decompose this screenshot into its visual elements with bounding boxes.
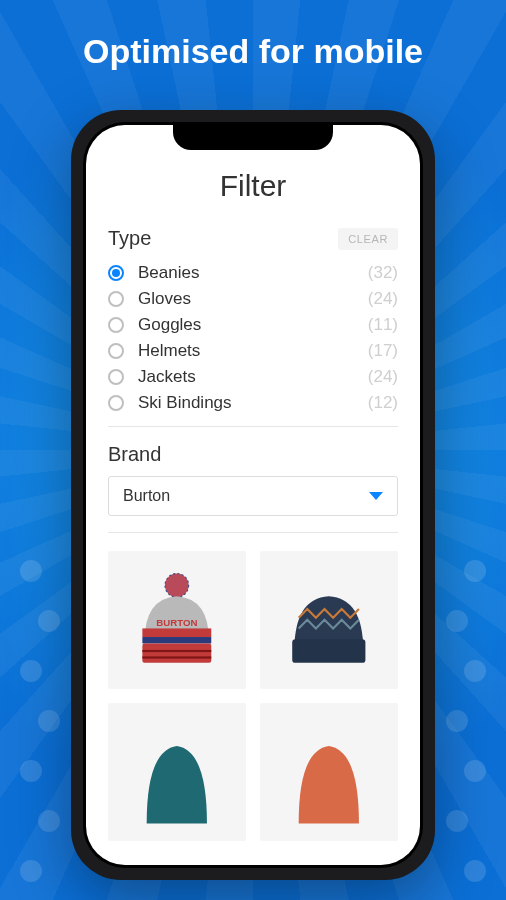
radio-icon	[108, 395, 124, 411]
promo-headline: Optimised for mobile	[0, 0, 506, 71]
type-filter-list: Beanies (32) Gloves (24) Goggles (11)	[108, 260, 398, 427]
type-count: (24)	[368, 367, 398, 387]
type-label: Goggles	[138, 315, 368, 335]
phone-frame: Filter Type CLEAR Beanies (32)	[71, 110, 435, 880]
type-option-ski-bindings[interactable]: Ski Bindings (12)	[108, 390, 398, 416]
type-option-jackets[interactable]: Jackets (24)	[108, 364, 398, 390]
product-card[interactable]	[260, 551, 398, 689]
radio-icon	[108, 343, 124, 359]
phone-notch	[173, 122, 333, 150]
svg-rect-8	[292, 639, 365, 663]
page-title: Filter	[108, 169, 398, 203]
type-option-gloves[interactable]: Gloves (24)	[108, 286, 398, 312]
type-option-beanies[interactable]: Beanies (32)	[108, 260, 398, 286]
type-count: (12)	[368, 393, 398, 413]
type-label: Beanies	[138, 263, 368, 283]
beanie-folded-icon	[275, 566, 383, 674]
svg-text:BURTON: BURTON	[156, 617, 197, 628]
product-card[interactable]	[260, 703, 398, 841]
type-option-helmets[interactable]: Helmets (17)	[108, 338, 398, 364]
type-section-label: Type	[108, 227, 151, 250]
type-label: Helmets	[138, 341, 368, 361]
radio-icon	[108, 317, 124, 333]
product-card[interactable]: BURTON	[108, 551, 246, 689]
beanie-pompom-icon: BURTON	[123, 566, 231, 674]
svg-rect-3	[143, 637, 212, 643]
type-count: (24)	[368, 289, 398, 309]
radio-icon	[108, 369, 124, 385]
brand-select[interactable]: Burton	[108, 476, 398, 516]
radio-icon	[108, 265, 124, 281]
product-card[interactable]	[108, 703, 246, 841]
type-count: (17)	[368, 341, 398, 361]
type-count: (32)	[368, 263, 398, 283]
type-label: Ski Bindings	[138, 393, 368, 413]
svg-rect-4	[143, 644, 212, 663]
beanie-teal-icon	[123, 718, 231, 826]
brand-selected-value: Burton	[123, 487, 170, 505]
svg-rect-2	[143, 629, 212, 638]
radio-icon	[108, 291, 124, 307]
brand-section-label: Brand	[108, 443, 398, 466]
type-option-goggles[interactable]: Goggles (11)	[108, 312, 398, 338]
svg-rect-5	[143, 650, 212, 652]
type-count: (11)	[368, 315, 398, 335]
type-label: Gloves	[138, 289, 368, 309]
chevron-down-icon	[369, 492, 383, 500]
clear-button[interactable]: CLEAR	[338, 228, 398, 250]
svg-rect-6	[143, 657, 212, 659]
beanie-orange-icon	[275, 718, 383, 826]
product-grid: BURTON	[108, 551, 398, 841]
type-label: Jackets	[138, 367, 368, 387]
app-screen: Filter Type CLEAR Beanies (32)	[86, 125, 420, 865]
